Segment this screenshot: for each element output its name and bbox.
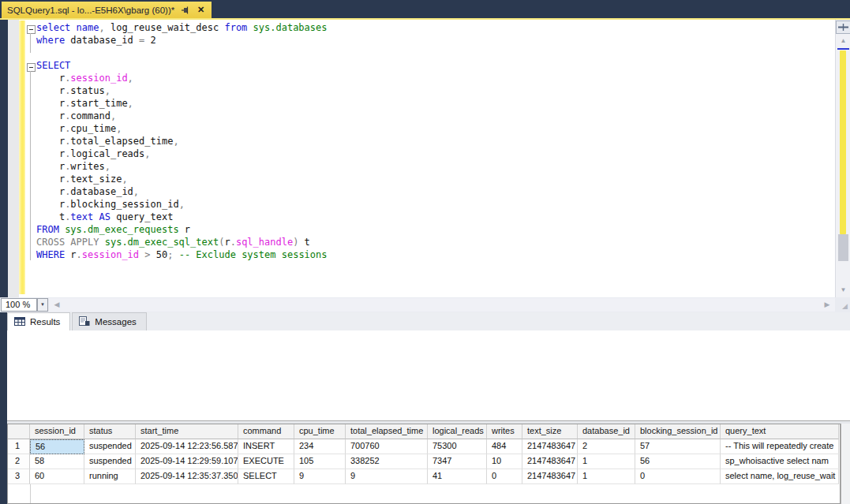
collapse-region-icon[interactable] [27,63,36,72]
grid-column-header-logical_reads[interactable]: logical_reads [428,424,487,439]
document-tab-sqlquery1[interactable]: SQLQuery1.sql - lo...-E5H6X\gbarg (60))*… [2,2,212,18]
grid-column-header-writes[interactable]: writes [487,424,522,439]
grid-column-header-total_elapsed_time[interactable]: total_elapsed_time [346,424,428,439]
code-line[interactable]: r.database_id, [36,185,826,198]
grid-cell-session_id[interactable]: 60 [30,469,84,484]
grid-cell-writes[interactable]: 484 [487,439,522,454]
grid-cell-blocking_session_id[interactable]: 56 [635,454,721,469]
grid-row-header[interactable]: 1 [8,439,30,454]
tab-results[interactable]: Results [7,312,70,330]
grid-cell-logical_reads[interactable]: 41 [428,469,487,484]
grid-cell-logical_reads[interactable]: 75300 [428,439,487,454]
grid-cell-status[interactable]: running [84,469,136,484]
tab-messages[interactable]: Messages [72,312,146,330]
grid-column-header-text_size[interactable]: text_size [522,424,578,439]
grid-column-header-status[interactable]: status [84,424,136,439]
grid-cell-cpu_time[interactable]: 234 [294,439,346,454]
grid-cell-blocking_session_id[interactable]: 0 [635,469,721,484]
grid-cell-start_time[interactable]: 2025-09-14 12:23:56.587 [136,439,238,454]
grid-cell-logical_reads[interactable]: 7347 [428,454,487,469]
code-line[interactable]: r.logical_reads, [36,147,826,160]
grid-cell-database_id[interactable]: 1 [578,454,635,469]
collapse-region-icon[interactable] [27,25,36,34]
results-host: session_idstatusstart_timecommandcpu_tim… [7,330,850,504]
grid-cell-session_id[interactable]: 58 [30,454,84,469]
code-line[interactable]: FROM sys.dm_exec_requests r [36,223,826,236]
grid-cell-query_text[interactable]: select name, log_reuse_wait [721,469,839,484]
grid-cell-database_id[interactable]: 2 [578,439,635,454]
grid-cell-query_text[interactable]: sp_whoisactive select nam [721,454,839,469]
grid-cell-command[interactable]: INSERT [238,439,294,454]
grid-rowheader-divider [30,484,31,504]
grid-cell-status[interactable]: suspended [84,439,136,454]
sql-editor[interactable]: select name, log_reuse_wait_desc from sy… [0,20,850,297]
scroll-left-icon[interactable]: ◀ [51,298,63,312]
grid-cell-writes[interactable]: 0 [487,469,522,484]
code-line[interactable]: r.cpu_time, [36,122,826,135]
code-line[interactable]: WHERE r.session_id > 50; -- Exclude syst… [36,248,826,261]
code-line[interactable]: r.writes, [36,160,826,173]
grid-cell-text_size[interactable]: 2147483647 [522,439,578,454]
code-line[interactable]: r.session_id, [36,72,826,84]
grid-column-header-start_time[interactable]: start_time [136,424,238,439]
scrollbar-change-marker [840,50,846,234]
code-line[interactable]: t.text AS query_text [36,211,826,223]
code-line[interactable]: select name, log_reuse_wait_desc from sy… [36,21,826,34]
zoom-dropdown-icon[interactable]: ▼ [37,298,48,312]
editor-horizontal-scrollbar[interactable]: ◀ ▶ [49,298,835,312]
grid-cell-session_id[interactable]: 56 [30,439,84,454]
code-line[interactable]: CROSS APPLY sys.dm_exec_sql_text(r.sql_h… [36,236,826,248]
pin-icon[interactable] [180,5,190,15]
code-lines: select name, log_reuse_wait_desc from sy… [36,21,826,261]
grid-column-header-command[interactable]: command [238,424,294,439]
scrollbar-thumb[interactable] [838,234,848,261]
resize-grip[interactable]: ◢ [835,297,850,312]
grid-column-header-database_id[interactable]: database_id [578,424,635,439]
split-editor-button[interactable] [836,21,850,34]
grid-cell-command[interactable]: SELECT [238,469,294,484]
grid-cell-total_elapsed_time[interactable]: 338252 [346,454,428,469]
grid-cell-writes[interactable]: 10 [487,454,522,469]
code-line[interactable]: where database_id = 2 [36,34,826,47]
grid-cell-query_text[interactable]: -- This will repeatedly create [721,439,839,454]
grid-cell-total_elapsed_time[interactable]: 9 [346,469,428,484]
grid-row-header[interactable]: 2 [8,454,30,469]
grid-cell-cpu_time[interactable]: 9 [294,469,346,484]
grid-cell-command[interactable]: EXECUTE [238,454,294,469]
grid-vertical-scrollbar[interactable] [841,424,850,504]
first-resultset-area[interactable] [7,330,850,421]
grid-cell-blocking_session_id[interactable]: 57 [635,439,721,454]
grid-column-header-session_id[interactable]: session_id [30,424,84,439]
scroll-down-icon[interactable]: ▼ [836,284,850,296]
grid-column-header-blocking_session_id[interactable]: blocking_session_id [635,424,721,439]
grid-row-header[interactable]: 3 [8,469,30,484]
code-line[interactable]: r.status, [36,84,826,97]
editor-vertical-scrollbar[interactable]: ▲ ▼ [835,20,850,297]
code-line[interactable]: r.command, [36,110,826,122]
grid-cell-start_time[interactable]: 2025-09-14 12:35:37.350 [136,469,238,484]
grid-corner-cell[interactable] [8,424,30,439]
scroll-up-icon[interactable]: ▲ [836,35,850,47]
grid-cell-text_size[interactable]: 2147483647 [522,469,578,484]
code-line[interactable]: SELECT [36,59,826,72]
outline-guide [30,33,31,53]
code-line[interactable]: r.text_size, [36,173,826,185]
code-line[interactable]: r.total_elapsed_time, [36,135,826,147]
track-changes-bar [19,21,25,294]
results-grid-icon [14,317,25,327]
scroll-right-icon[interactable]: ▶ [821,298,833,312]
code-line[interactable]: r.start_time, [36,97,826,110]
grid-cell-status[interactable]: suspended [84,454,136,469]
grid-cell-text_size[interactable]: 2147483647 [522,454,578,469]
zoom-level-display[interactable]: 100 % [1,298,37,312]
grid-row: 258suspended2025-09-14 12:29:59.107EXECU… [8,454,840,469]
grid-cell-start_time[interactable]: 2025-09-14 12:29:59.107 [136,454,238,469]
code-line[interactable] [36,47,826,59]
grid-cell-cpu_time[interactable]: 105 [294,454,346,469]
grid-cell-database_id[interactable]: 1 [578,469,635,484]
close-icon[interactable]: ✕ [196,5,206,15]
code-line[interactable]: r.blocking_session_id, [36,198,826,211]
grid-column-header-query_text[interactable]: query_text [721,424,839,439]
grid-cell-total_elapsed_time[interactable]: 700760 [346,439,428,454]
grid-column-header-cpu_time[interactable]: cpu_time [294,424,346,439]
